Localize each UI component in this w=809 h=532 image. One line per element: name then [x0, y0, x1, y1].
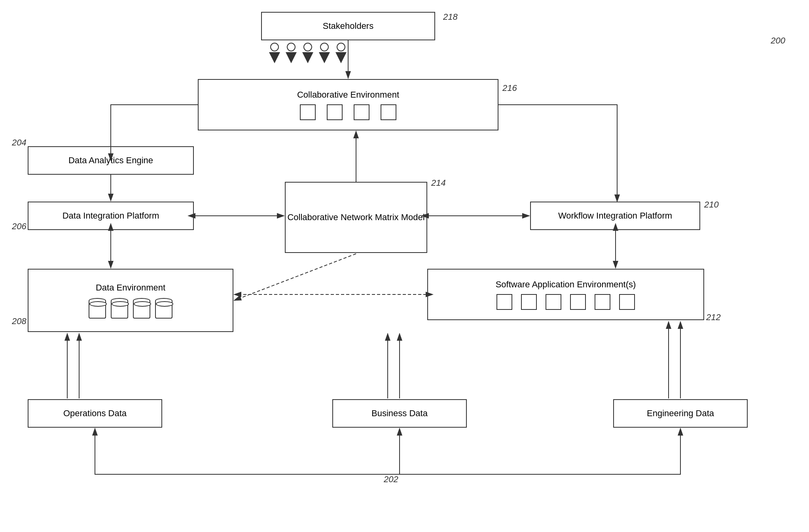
ref-202: 202	[384, 474, 398, 485]
person-2	[286, 43, 297, 63]
data-env-label: Data Environment	[96, 282, 165, 294]
db-1	[89, 298, 106, 319]
ce-sq-4	[381, 104, 396, 120]
business-data-box: Business Data	[332, 399, 467, 428]
data-env-box: Data Environment	[28, 269, 233, 332]
cnmm-box: Collaborative Network Matrix Model	[285, 182, 427, 253]
ce-sq-1	[300, 104, 316, 120]
software-app-label: Software Application Environment(s)	[496, 279, 636, 291]
ce-sq-3	[354, 104, 369, 120]
operations-data-box: Operations Data	[28, 399, 162, 428]
ref-210: 210	[704, 200, 719, 210]
ref-212: 212	[706, 312, 721, 323]
person-3	[302, 43, 313, 63]
collaborative-env-label: Collaborative Environment	[297, 89, 399, 101]
data-integration-box: Data Integration Platform	[28, 202, 194, 230]
engineering-data-box: Engineering Data	[613, 399, 748, 428]
app-sq-4	[570, 294, 586, 310]
ref-216: 216	[502, 83, 517, 93]
persons-row	[269, 43, 347, 63]
person-4	[319, 43, 330, 63]
db-4	[155, 298, 172, 319]
workflow-box: Workflow Integration Platform	[530, 202, 700, 230]
ref-218: 218	[443, 12, 458, 22]
app-sq-6	[619, 294, 635, 310]
ce-sq-2	[327, 104, 343, 120]
ref-200: 200	[771, 36, 785, 46]
ref-206: 206	[12, 221, 27, 232]
app-sq-3	[546, 294, 561, 310]
svg-line-13	[234, 254, 356, 300]
db-2	[111, 298, 128, 319]
db-3	[133, 298, 150, 319]
ref-208: 208	[12, 316, 27, 326]
diagram: 200 Stakeholders 218 Collaborative Envir	[0, 0, 809, 532]
app-sq-5	[595, 294, 610, 310]
app-sq-2	[521, 294, 537, 310]
collaborative-env-squares	[297, 104, 399, 120]
ref-214: 214	[431, 178, 446, 188]
person-5	[335, 43, 347, 63]
app-squares	[494, 294, 637, 310]
db-cylinders	[86, 298, 175, 319]
person-1	[269, 43, 280, 63]
data-analytics-box: Data Analytics Engine	[28, 146, 194, 175]
app-sq-1	[496, 294, 512, 310]
stakeholders-box: Stakeholders	[261, 12, 435, 40]
software-app-box: Software Application Environment(s)	[427, 269, 704, 320]
collaborative-env-box: Collaborative Environment	[198, 79, 498, 130]
ref-204: 204	[12, 138, 27, 148]
